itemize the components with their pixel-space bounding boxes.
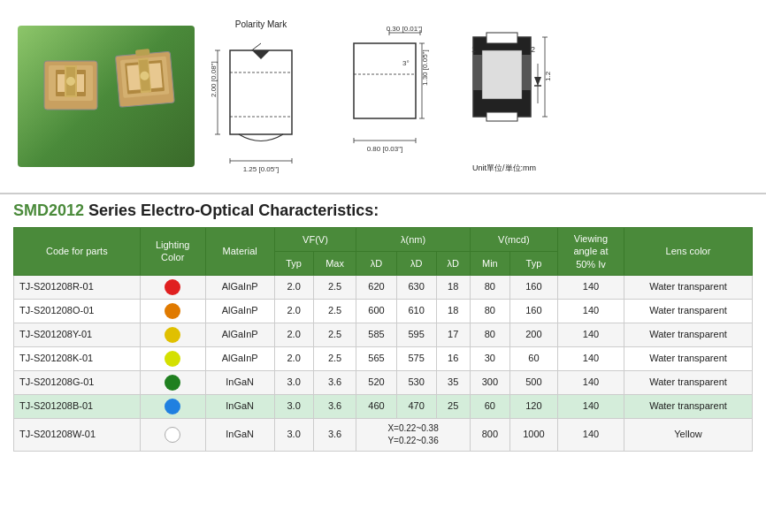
ld1-cell: 460 (356, 394, 396, 418)
header-ld3: λD (436, 251, 470, 275)
viewing-cell: 140 (557, 394, 624, 418)
v-min-cell: 800 (470, 418, 509, 451)
svg-text:0.30 [0.01"]: 0.30 [0.01"] (387, 25, 423, 33)
svg-text:1.2: 1.2 (544, 71, 552, 81)
svg-text:2: 2 (531, 45, 535, 54)
svg-text:1.30 [0.05"]: 1.30 [0.05"] (421, 49, 429, 86)
material-cell: AlGaInP (205, 275, 274, 299)
svg-text:2.00 [0.08"]: 2.00 [0.08"] (210, 61, 218, 97)
svg-rect-52 (486, 112, 517, 121)
viewing-cell: 140 (557, 299, 624, 323)
lens-cell: Yellow (624, 418, 753, 451)
code-cell: TJ-S201208W-01 (14, 418, 141, 451)
vf-typ-cell: 2.0 (274, 299, 313, 323)
header-vtyp: Typ (509, 251, 557, 275)
header-vf-typ: Typ (274, 251, 313, 275)
code-cell: TJ-S201208G-01 (14, 370, 141, 394)
diagram-top: 1 2 1.2 Unit單位/単位:mm (460, 19, 548, 174)
vf-typ-cell: 2.0 (274, 346, 313, 370)
svg-rect-48 (486, 33, 517, 43)
ld2-cell: 630 (396, 275, 436, 299)
header-vmin: Min (470, 251, 509, 275)
material-cell: AlGaInP (205, 323, 274, 346)
svg-marker-56 (534, 77, 541, 86)
color-cell (140, 275, 205, 299)
lens-cell: Water transparent (624, 394, 753, 418)
code-cell: TJ-S201208O-01 (14, 299, 141, 323)
ld2-cell: 610 (396, 299, 436, 323)
ld3-cell: 18 (436, 299, 470, 323)
vf-typ-cell: 3.0 (274, 370, 313, 394)
header-material: Material (205, 228, 274, 276)
header-vmcd: V(mcd) (470, 228, 557, 252)
svg-text:1.25 [0.05"]: 1.25 [0.05"] (243, 165, 280, 173)
lens-cell: Water transparent (624, 275, 753, 299)
svg-text:0.80 [0.03"]: 0.80 [0.03"] (367, 145, 403, 153)
v-min-cell: 30 (470, 346, 509, 370)
v-min-cell: 80 (470, 299, 509, 323)
v-typ-cell: 1000 (509, 418, 557, 451)
ld2-cell: 470 (396, 394, 436, 418)
ld1-cell: 565 (356, 346, 396, 370)
header-lighting-color: LightingColor (140, 228, 205, 276)
v-typ-cell: 120 (509, 394, 557, 418)
svg-text:1: 1 (471, 45, 476, 54)
header-viewing: Viewingangle at50% Iv (557, 228, 624, 276)
code-cell: TJ-S201208B-01 (14, 394, 141, 418)
top-section: Polarity Mark 2.00 [0.08"] (0, 0, 766, 194)
code-cell: TJ-S201208K-01 (14, 346, 141, 370)
ld2-cell: 575 (396, 346, 436, 370)
series-sub: Series Electro-Optical Characteristics: (88, 201, 379, 219)
bottom-section: SMD2012 Series Electro-Optical Character… (0, 194, 766, 459)
v-min-cell: 60 (470, 394, 509, 418)
led-photo (18, 26, 195, 167)
led-photo-svg (22, 30, 190, 163)
material-cell: InGaN (205, 370, 274, 394)
ld3-cell: 18 (436, 275, 470, 299)
viewing-cell: 140 (557, 346, 624, 370)
lambda-cell: X=0.22~0.38Y=0.22~0.36 (356, 418, 470, 451)
svg-rect-18 (135, 49, 150, 56)
vf-max-cell: 3.6 (313, 418, 356, 451)
diagram-front-svg: 2.00 [0.08"] 1.25 [0.05"] (212, 33, 310, 174)
ld3-cell: 35 (436, 370, 470, 394)
material-cell: AlGaInP (205, 346, 274, 370)
ld1-cell: 600 (356, 299, 396, 323)
code-cell: TJ-S201208Y-01 (14, 323, 141, 346)
v-min-cell: 300 (470, 370, 509, 394)
header-ld1: λD (356, 251, 396, 275)
color-cell (140, 394, 205, 418)
svg-rect-51 (522, 55, 531, 90)
diagram-front: Polarity Mark 2.00 [0.08"] (212, 19, 310, 174)
series-title: SMD2012 Series Electro-Optical Character… (13, 201, 753, 220)
color-cell (140, 346, 205, 370)
vf-typ-cell: 3.0 (274, 418, 313, 451)
color-cell (140, 370, 205, 394)
header-lambda: λ(nm) (356, 228, 470, 252)
vf-typ-cell: 3.0 (274, 394, 313, 418)
v-min-cell: 80 (470, 323, 509, 346)
diagram-top-svg: 1 2 1.2 (460, 19, 548, 161)
v-typ-cell: 160 (509, 275, 557, 299)
v-typ-cell: 200 (509, 323, 557, 346)
vf-max-cell: 2.5 (313, 323, 356, 346)
header-ld2: λD (396, 251, 436, 275)
svg-rect-36 (354, 43, 416, 118)
diagram-side: 0.30 [0.01"] 3° 1.30 [0.05"] 0.80 [0.03"… (336, 26, 433, 167)
vf-typ-cell: 2.0 (274, 323, 313, 346)
svg-point-8 (66, 77, 75, 86)
header-vf: VF(V) (274, 228, 356, 252)
material-cell: AlGaInP (205, 299, 274, 323)
v-typ-cell: 60 (509, 346, 557, 370)
color-cell (140, 418, 205, 451)
diagrams-container: Polarity Mark 2.00 [0.08"] (212, 19, 748, 174)
ld1-cell: 520 (356, 370, 396, 394)
diagram-side-svg: 0.30 [0.01"] 3° 1.30 [0.05"] 0.80 [0.03"… (336, 26, 433, 167)
v-typ-cell: 500 (509, 370, 557, 394)
vf-max-cell: 2.5 (313, 346, 356, 370)
ld2-cell: 530 (396, 370, 436, 394)
vf-max-cell: 2.5 (313, 275, 356, 299)
ld2-cell: 595 (396, 323, 436, 346)
header-lens: Lens color (624, 228, 753, 276)
header-code: Code for parts (14, 228, 141, 276)
